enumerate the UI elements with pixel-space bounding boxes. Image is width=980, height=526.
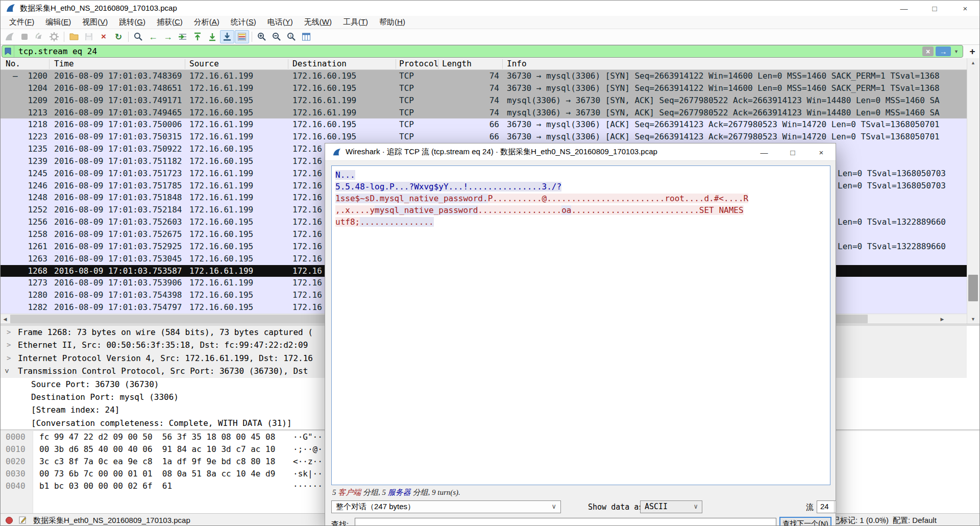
packet-destination: 172.16 <box>292 289 322 301</box>
column-separator[interactable] <box>438 59 438 69</box>
column-separator[interactable] <box>502 59 503 69</box>
scroll-right-icon[interactable]: ▶ <box>938 314 947 324</box>
column-header-no[interactable]: No. <box>6 59 20 68</box>
toolbar-separator <box>64 32 64 42</box>
filter-dropdown-icon[interactable]: ▼ <box>953 49 960 54</box>
menu-item-go[interactable]: 跳转(G) <box>113 16 151 29</box>
data-format-select[interactable]: ASCII ∨ <box>640 500 702 513</box>
packet-no: 1239 <box>6 155 47 168</box>
auto-scroll-icon[interactable] <box>220 30 234 43</box>
filter-bookmark-icon[interactable] <box>2 45 14 57</box>
capture-comment-icon[interactable] <box>19 516 27 524</box>
column-header-protocol[interactable]: Protocol <box>399 59 438 68</box>
filter-text[interactable]: tcp.stream eq 24 <box>18 46 97 56</box>
hex-offset: 0030 <box>6 468 26 480</box>
menu-item-analyze[interactable]: 分析(A) <box>188 16 225 29</box>
stream-segment: 5.5.48-log.P...?Wxvg$yY...!.............… <box>335 182 561 192</box>
packet-no: 1245 <box>6 168 47 180</box>
packet-length: 74 <box>442 94 499 107</box>
packet-source: 172.16.61.199 <box>189 277 253 289</box>
packet-row[interactable]: 12132016-08-09 17:01:03.749465172.16.60.… <box>1 107 967 119</box>
minimize-icon[interactable]: — <box>889 1 919 16</box>
column-header-info[interactable]: Info <box>507 59 527 68</box>
dialog-close-icon[interactable]: × <box>807 144 836 161</box>
column-header-source[interactable]: Source <box>189 59 219 68</box>
find-next-button[interactable]: 查找下一个(N) <box>779 517 831 526</box>
packet-list-vscrollbar[interactable]: ▲ ▼ <box>967 58 979 324</box>
restart-capture-icon <box>32 30 46 43</box>
maximize-icon[interactable]: □ <box>919 1 950 16</box>
packet-info: 36730 → mysql(3306) [ACK] Seq=2663914123… <box>507 131 940 143</box>
colorize-icon[interactable] <box>235 30 249 43</box>
expert-info-icon[interactable] <box>6 517 13 524</box>
go-first-icon[interactable] <box>190 30 205 43</box>
expander-icon[interactable]: > <box>7 352 11 365</box>
scroll-down-icon[interactable]: ▼ <box>967 315 979 324</box>
spin-up-icon[interactable]: ▲ <box>835 501 836 507</box>
start-capture-icon <box>3 30 17 43</box>
spin-down-icon[interactable]: ▼ <box>835 507 836 513</box>
go-last-icon[interactable] <box>205 30 219 43</box>
reload-file-icon[interactable]: ↻ <box>111 30 126 43</box>
expander-icon[interactable]: > <box>1 369 13 373</box>
menu-item-help[interactable]: 帮助(H) <box>374 16 411 29</box>
packet-no: 1263 <box>6 253 47 265</box>
menu-item-capture[interactable]: 捕获(C) <box>151 16 188 29</box>
column-header-destination[interactable]: Destination <box>292 59 347 68</box>
packet-protocol: TCP <box>399 94 414 107</box>
column-separator[interactable] <box>185 59 185 69</box>
column-separator[interactable] <box>396 59 396 69</box>
packet-row[interactable]: 12042016-08-09 17:01:03.748651172.16.61.… <box>1 82 967 94</box>
go-to-packet-icon[interactable] <box>176 30 190 43</box>
packet-row[interactable]: 12092016-08-09 17:01:03.749171172.16.60.… <box>1 94 967 107</box>
resize-columns-icon[interactable] <box>299 30 313 43</box>
scroll-up-icon[interactable]: ▲ <box>967 58 979 67</box>
packet-row[interactable]: 12182016-08-09 17:01:03.750006172.16.61.… <box>1 118 967 131</box>
zoom-in-icon[interactable] <box>255 30 269 43</box>
menu-item-file[interactable]: 文件(F) <box>4 16 40 29</box>
dialog-maximize-icon[interactable]: □ <box>778 144 807 161</box>
dialog-titlebar[interactable]: Wireshark · 追踪 TCP 流 (tcp.stream eq 24) … <box>325 144 836 161</box>
go-forward-icon[interactable]: → <box>161 30 175 43</box>
open-file-icon[interactable] <box>67 30 81 43</box>
display-filter-input[interactable]: tcp.stream eq 24 × → ▼ <box>2 45 963 58</box>
expander-icon[interactable]: > <box>7 339 11 351</box>
menu-item-wireless[interactable]: 无线(W) <box>299 16 337 29</box>
packet-row[interactable]: 12232016-08-09 17:01:03.750315172.16.61.… <box>1 131 967 143</box>
scroll-left-icon[interactable]: ◀ <box>1 314 10 324</box>
find-packet-icon[interactable] <box>131 30 145 43</box>
close-icon[interactable]: × <box>950 1 980 16</box>
dialog-minimize-icon[interactable]: — <box>750 144 778 161</box>
stream-number-spinner[interactable]: 24 ▲ ▼ <box>817 500 836 513</box>
status-profile[interactable]: 配置: Default <box>893 516 937 525</box>
packet-destination: 172.16.61.199 <box>292 107 356 119</box>
packet-destination: 172.16.60.195 <box>292 82 356 94</box>
detail-text: Transmission Control Protocol, Src Port:… <box>18 365 308 377</box>
close-file-icon[interactable]: × <box>96 30 111 43</box>
packet-source: 172.16.60.195 <box>189 94 253 107</box>
filter-clear-icon[interactable]: × <box>922 46 934 56</box>
menu-item-view[interactable]: 视图(V) <box>77 16 113 29</box>
vscrollbar-thumb[interactable] <box>968 275 978 301</box>
go-back-icon[interactable]: ← <box>146 30 160 43</box>
filter-add-button[interactable]: + <box>966 45 978 58</box>
stream-content-box[interactable]: N...5.5.48-log.P...?Wxvg$yY...!.........… <box>331 165 830 485</box>
packet-row[interactable]: –12002016-08-09 17:01:03.748369172.16.61… <box>1 70 967 82</box>
column-separator[interactable] <box>49 59 50 69</box>
expander-icon[interactable]: > <box>7 326 11 339</box>
column-separator[interactable] <box>288 59 288 69</box>
conversation-select[interactable]: 整个对话（247 bytes） ∨ <box>331 500 561 513</box>
column-header-time[interactable]: Time <box>54 59 74 68</box>
zoom-original-icon[interactable]: 1 <box>284 30 299 43</box>
menu-item-edit[interactable]: 编辑(E) <box>40 16 77 29</box>
detail-text: Destination Port: mysql (3306) <box>31 391 179 403</box>
menu-item-telephony[interactable]: 电话(Y) <box>262 16 299 29</box>
column-header-length[interactable]: Length <box>442 59 472 68</box>
zoom-out-icon[interactable] <box>270 30 284 43</box>
packet-protocol: TCP <box>399 107 414 119</box>
find-input[interactable] <box>355 518 776 526</box>
menu-item-statistics[interactable]: 统计(S) <box>225 16 262 29</box>
filter-apply-icon[interactable]: → <box>936 46 951 56</box>
menu-item-tools[interactable]: 工具(T) <box>337 16 374 29</box>
hex-offset: 0020 <box>6 456 26 468</box>
